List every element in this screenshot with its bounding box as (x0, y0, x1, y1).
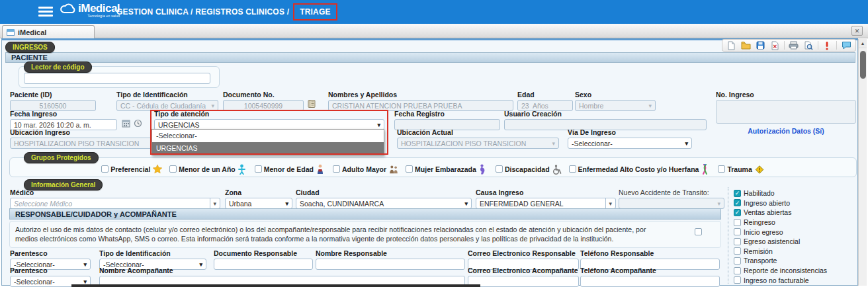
grupo-discapacidad[interactable]: Discapacidad (496, 164, 562, 175)
chevron-down-icon: ▾ (377, 122, 380, 128)
status-egreso-asistencial-checkbox[interactable] (734, 238, 741, 245)
toolbar: ✕ (722, 39, 856, 52)
grupo-trauma[interactable]: Trauma (718, 164, 764, 175)
field-no-ingreso: No. Ingreso (716, 91, 856, 124)
status-label: Reporte de inconsistencias (744, 266, 827, 274)
ribbon-icon (701, 164, 711, 175)
remove-excel-icon[interactable]: ✕ (769, 40, 780, 50)
option-urgencias[interactable]: URGENCIAS (152, 142, 384, 155)
telefono-acompanante-input[interactable] (580, 276, 720, 287)
print-icon[interactable] (789, 40, 799, 50)
accidente-transito-select[interactable]: ▾ (619, 198, 724, 209)
status-ventas-abiertas[interactable]: ✓Ventas abiertas (734, 208, 857, 218)
status-ingreso-no-facturable[interactable]: Ingreso no facturable (734, 275, 857, 285)
chevron-down-icon: ▾ (285, 200, 288, 207)
status-ingreso-abierto-checkbox[interactable]: ✓ (734, 199, 741, 206)
grupo-trauma-checkbox[interactable] (718, 165, 725, 173)
grupo-mujer-embarazada-checkbox[interactable] (406, 165, 413, 173)
imedical-logo[interactable]: iMedical Tecnología en salud (60, 2, 120, 18)
minor-icon (316, 164, 326, 175)
status-inicio-egreso[interactable]: Inicio egreso (734, 227, 857, 237)
clock-icon[interactable] (133, 118, 143, 128)
correo-acompanante-input[interactable] (468, 276, 579, 287)
status-habilitado[interactable]: ✓Habilitado (734, 188, 857, 198)
chevron-down-icon: ▾ (211, 102, 214, 109)
scroll-up-arrow-icon[interactable]: ▲ (859, 39, 867, 48)
comment-icon[interactable] (841, 40, 851, 50)
close-tab-button[interactable]: ✕ (851, 26, 863, 36)
ciudad-select[interactable]: Soacha, CUNDINAMARCA▾ (296, 198, 472, 209)
chevron-down-icon[interactable]: ▾ (210, 198, 216, 208)
alert-icon[interactable] (822, 40, 832, 50)
save-icon[interactable] (755, 40, 765, 50)
responsable-section-header: RESPONSABLE/CUIDADOR y ACOMPAÑANTE (9, 208, 721, 220)
breadcrumb-triage[interactable]: TRIAGE (293, 3, 337, 20)
trauma-icon (754, 164, 765, 175)
vertical-scrollbar[interactable]: ▲ (858, 39, 867, 286)
breadcrumb: GESTION CLINICA / REGISTROS CLINICOS / T… (116, 0, 337, 24)
grupo-menor-de-edad[interactable]: Menor de Edad (255, 164, 326, 175)
status-ingreso-no-facturable-checkbox[interactable] (734, 276, 741, 284)
status-transporte[interactable]: Transporte (734, 256, 857, 266)
breadcrumb-path[interactable]: GESTION CLINICA / REGISTROS CLINICOS / (116, 7, 289, 17)
print-preview-icon[interactable] (803, 40, 814, 50)
zona-select[interactable]: Urbana▾ (225, 198, 292, 209)
status-ingreso-abierto[interactable]: ✓Ingreso abierto (734, 198, 857, 208)
grupo-preferencial[interactable]: Preferencial (101, 164, 163, 175)
no-ingreso-box[interactable] (716, 100, 856, 124)
search-book-icon[interactable] (306, 99, 316, 108)
status-remision[interactable]: Remisión (734, 247, 857, 257)
grupo-adulto-mayor[interactable]: Adulto Mayor (333, 164, 399, 175)
status-label: Ingreso abierto (744, 199, 790, 207)
status-habilitado-checkbox[interactable]: ✓ (734, 190, 741, 197)
field-accidente-transito: Nuevo Accidente de Transito: ▾ (619, 188, 724, 209)
status-egreso-asistencial[interactable]: Egreso asistencial (734, 237, 857, 247)
svg-text:✕: ✕ (773, 44, 777, 50)
chevron-down-icon: ▾ (648, 102, 652, 109)
menu-icon[interactable] (38, 7, 53, 17)
new-document-icon[interactable] (726, 40, 737, 50)
cloud-icon (60, 2, 77, 15)
grupo-adulto-mayor-checkbox[interactable] (333, 165, 340, 173)
pregnant-icon (478, 164, 489, 175)
grupo-label: Mujer Embarazada (415, 165, 476, 173)
tipo-atencion-options: -Seleccionar- URGENCIAS (152, 129, 384, 155)
scrollbar-thumb[interactable] (860, 51, 866, 79)
lector-codigo-badge: Lector de código (24, 62, 92, 73)
status-reingreso-checkbox[interactable] (734, 219, 741, 226)
grupo-mujer-embarazada[interactable]: Mujer Embarazada (406, 164, 489, 175)
chevron-down-icon[interactable]: ▾ (605, 198, 612, 208)
status-transporte-checkbox[interactable] (734, 257, 741, 265)
ubicacion-actual-select[interactable]: HOSPITALIZACION PISO TRANSICION▾ (397, 138, 559, 149)
tab-imedical[interactable]: iMedical (2, 25, 95, 38)
grupo-discapacidad-checkbox[interactable] (496, 165, 503, 173)
via-ingreso-select[interactable]: -Seleccionar-▾ (568, 138, 692, 149)
status-ventas-abiertas-checkbox[interactable]: ✓ (734, 209, 741, 216)
grupo-enfermedad-alto-costo-y-o-huerfana-checkbox[interactable] (569, 165, 576, 173)
grupo-menor-de-edad-checkbox[interactable] (255, 165, 262, 173)
causa-ingreso-combobox[interactable]: ENFERMEDAD GENERAL ▾ (476, 198, 616, 209)
grupo-enfermedad-alto-costo-y-o-huerfana[interactable]: Enfermedad Alto Costo y/o Huerfana (569, 164, 712, 175)
field-documento: Documento No. (223, 91, 304, 111)
consent-checkbox[interactable] (695, 228, 702, 235)
option-seleccionar[interactable]: -Seleccionar- (152, 130, 384, 142)
status-reporte-de-inconsistencias[interactable]: Reporte de inconsistencias (734, 266, 857, 276)
grupo-menor-de-un-ano[interactable]: Menor de un Año (169, 164, 247, 175)
tab-label: iMedical (18, 28, 46, 36)
status-reingreso[interactable]: Reingreso (734, 218, 857, 227)
grupo-menor-de-un-ano-checkbox[interactable] (169, 165, 177, 173)
calendar-icon[interactable] (121, 118, 131, 128)
grupo-label: Preferencial (110, 165, 150, 173)
field-tipo-identificacion: Tipo de Identificación CC - Cédula de Ci… (116, 91, 218, 111)
autorizacion-datos-link[interactable]: Autorización Datos (Sí) (716, 127, 856, 135)
status-remision-checkbox[interactable] (734, 247, 741, 255)
triage-screen: iMedical Tecnología en salud GESTION CLI… (0, 0, 868, 287)
grupo-preferencial-checkbox[interactable] (101, 165, 108, 173)
grupo-label: Discapacidad (505, 165, 550, 173)
status-reporte-de-inconsistencias-checkbox[interactable] (734, 267, 741, 274)
status-inicio-egreso-checkbox[interactable] (734, 228, 741, 235)
field-correo-acompanante: Correo Electronico Acompañante (468, 266, 579, 287)
lector-codigo-input[interactable] (24, 73, 210, 84)
open-folder-icon[interactable] (741, 40, 752, 50)
medico-combobox[interactable]: Seleccione Médico ▾ (10, 198, 220, 209)
